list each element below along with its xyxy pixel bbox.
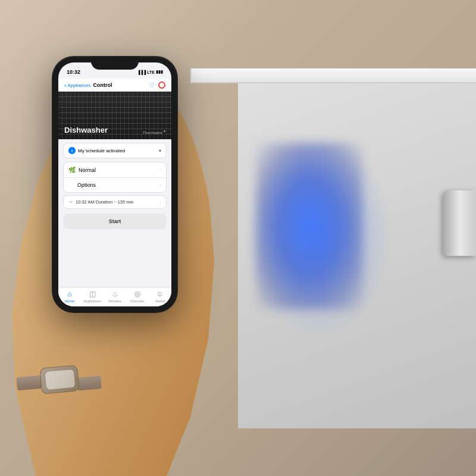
status-time: 10:32 xyxy=(67,69,80,75)
dishwasher-blue-glow xyxy=(244,131,393,339)
cycle-options-list: 🌿 Normal › Options › xyxy=(63,162,167,193)
phone: 10:32 ▐▐▐ LTE ▮▮▮ ‹ Appliances Control ♡ xyxy=(52,57,178,315)
back-chevron-icon: ‹ xyxy=(64,82,66,89)
home-tab-label: Home xyxy=(65,299,74,303)
appliances-tab-label: Appliances xyxy=(83,299,101,303)
discover-tab-label: Discover xyxy=(130,299,144,303)
tab-recipes[interactable]: ♨ Recipes xyxy=(104,290,126,303)
back-label: Appliances xyxy=(67,83,90,88)
cycle-label: Normal xyxy=(79,167,159,173)
time-chevron-icon: › xyxy=(159,199,161,205)
options-label: Options xyxy=(77,182,159,188)
notification-icon[interactable] xyxy=(158,82,165,89)
brand-badge: Thermador★ xyxy=(143,129,165,134)
phone-outer: 10:32 ▐▐▐ LTE ▮▮▮ ‹ Appliances Control ♡ xyxy=(52,57,177,312)
schedule-row[interactable]: i My schedule activated ▾ xyxy=(63,143,167,158)
info-icon: i xyxy=(68,147,76,154)
time-row[interactable]: ↔ 10:32 AM Duration ~ 135 min › xyxy=(63,195,167,209)
tab-discover[interactable]: ◎ Discover xyxy=(126,290,149,303)
status-icons: ▐▐▐ LTE ▮▮▮ xyxy=(137,70,163,74)
counter-top xyxy=(190,68,476,83)
nav-title: Control xyxy=(93,82,112,88)
watch-strap-right xyxy=(77,375,102,390)
time-duration-text: 10:32 AM Duration ~ 135 min xyxy=(76,199,159,205)
recipes-tab-icon: ♨ xyxy=(112,290,118,298)
dishwasher-appliance xyxy=(238,83,476,428)
battery-icon: ▮▮▮ xyxy=(156,70,163,74)
tab-home[interactable]: ⌂ Home xyxy=(58,290,81,303)
lte-label: LTE xyxy=(147,70,155,74)
cycle-row[interactable]: 🌿 Normal › xyxy=(64,162,166,178)
schedule-text: My schedule activated xyxy=(78,148,159,154)
back-button[interactable]: ‹ Appliances xyxy=(64,82,90,89)
start-button[interactable]: Start xyxy=(63,214,167,229)
phone-screen: 10:32 ▐▐▐ LTE ▮▮▮ ‹ Appliances Control ♡ xyxy=(58,62,171,306)
assist-tab-icon: ☺ xyxy=(156,290,164,298)
home-tab-icon: ⌂ xyxy=(67,290,71,298)
signal-icon: ▐▐▐ xyxy=(137,70,146,74)
schedule-chevron-icon: ▾ xyxy=(159,148,161,154)
clock-icon: ↔ xyxy=(68,199,73,205)
watch-face xyxy=(45,369,75,390)
watch-body xyxy=(39,365,80,394)
tab-appliances[interactable]: ◫ Appliances xyxy=(81,290,104,303)
brand-star: ★ xyxy=(163,129,166,133)
discover-tab-icon: ◎ xyxy=(134,290,140,298)
assist-tab-label: Assist xyxy=(155,299,165,303)
recipes-tab-label: Recipes xyxy=(108,299,121,303)
dishwasher-handle xyxy=(443,190,476,256)
app-content: i My schedule activated ▾ 🌿 Normal › Opt… xyxy=(58,143,171,229)
tab-bar: ⌂ Home ◫ Appliances ♨ Recipes ◎ Discover… xyxy=(58,287,171,306)
notch xyxy=(91,57,139,70)
options-chevron-icon: › xyxy=(159,183,161,188)
hero-image: Dishwasher Thermador★ xyxy=(58,92,171,139)
appliance-title: Dishwasher xyxy=(64,126,108,134)
cycle-icon: 🌿 xyxy=(68,167,76,173)
favorite-icon[interactable]: ♡ xyxy=(149,82,155,89)
nav-icons: ♡ xyxy=(149,82,165,89)
appliances-tab-icon: ◫ xyxy=(89,290,96,298)
nav-bar: ‹ Appliances Control ♡ xyxy=(58,79,171,92)
cycle-chevron-icon: › xyxy=(159,167,161,173)
tab-assist[interactable]: ☺ Assist xyxy=(149,290,171,303)
options-row[interactable]: Options › xyxy=(64,178,166,192)
